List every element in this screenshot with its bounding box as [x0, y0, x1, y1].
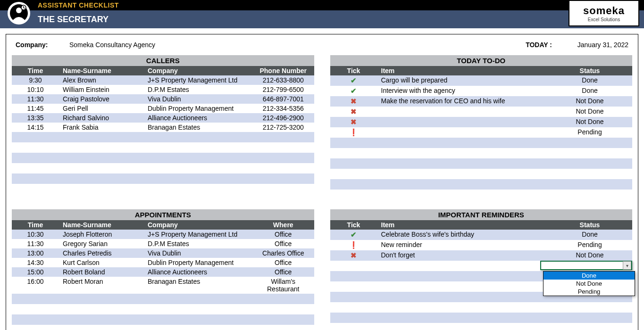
- cell-item[interactable]: [377, 117, 548, 127]
- cell-tick[interactable]: ✖: [330, 250, 377, 261]
- cell-tick[interactable]: ✔: [330, 75, 377, 86]
- cell-name[interactable]: Richard Salvino: [59, 113, 144, 123]
- cell-name[interactable]: Alex Brown: [59, 75, 144, 85]
- cell-company[interactable]: J+S Property Management Ltd: [144, 230, 252, 239]
- cell-phone[interactable]: 646-897-7001: [252, 94, 314, 104]
- table-row[interactable]: [330, 148, 633, 158]
- cell-item[interactable]: New reminder: [377, 240, 548, 250]
- cell-item[interactable]: Interview with the agency: [377, 86, 548, 96]
- cell-name[interactable]: Frank Sabia: [59, 123, 144, 132]
- table-row[interactable]: [12, 325, 314, 330]
- table-row[interactable]: ✔Interview with the agencyDone: [330, 86, 633, 96]
- cell-tick[interactable]: ✖: [330, 117, 377, 127]
- cell-item[interactable]: [377, 107, 548, 117]
- cell-tick[interactable]: ❗: [330, 127, 377, 138]
- cell-company[interactable]: Alliance Auctioneers: [144, 113, 252, 123]
- table-row[interactable]: ✔Cargo will be preparedDone: [330, 75, 633, 86]
- cell-company[interactable]: Alliance Auctioneers: [144, 267, 252, 277]
- table-row[interactable]: 10:30Joseph FlotteronJ+S Property Manage…: [12, 230, 314, 239]
- cell-name[interactable]: Charles Petredis: [59, 248, 144, 258]
- cell-phone[interactable]: 212-633-8800: [252, 75, 314, 85]
- cell-company[interactable]: Dublin Property Management: [144, 258, 252, 267]
- cell-time[interactable]: 13:00: [12, 248, 59, 258]
- cell-company[interactable]: J+S Property Management Ltd: [144, 75, 252, 85]
- cell-company[interactable]: Dublin Property Management: [144, 104, 252, 113]
- cell-phone[interactable]: 212-334-5356: [252, 104, 314, 113]
- table-row[interactable]: [12, 173, 314, 184]
- cell-status[interactable]: Pending: [547, 240, 632, 250]
- cell-name[interactable]: Gregory Sarian: [59, 239, 144, 248]
- cell-tick[interactable]: ✖: [330, 107, 377, 117]
- table-row[interactable]: [12, 314, 314, 325]
- cell-item[interactable]: Don't forget: [377, 250, 548, 261]
- table-row[interactable]: [330, 313, 633, 323]
- cell-time[interactable]: 16:00: [12, 277, 59, 294]
- cell-company[interactable]: D.P.M Estates: [144, 85, 252, 94]
- cell-time[interactable]: 10:30: [12, 230, 59, 239]
- cell-time[interactable]: 13:35: [12, 113, 59, 123]
- cell-company[interactable]: Viva Dublin: [144, 248, 252, 258]
- cell-name[interactable]: Joseph Flotteron: [59, 230, 144, 239]
- table-row[interactable]: 13:00Charles PetredisViva DublinCharles …: [12, 248, 314, 258]
- cell-item[interactable]: [377, 261, 548, 271]
- table-row[interactable]: [330, 179, 633, 190]
- cell-time[interactable]: 9:30: [12, 75, 59, 85]
- table-row[interactable]: ▾DoneNot DonePending: [330, 261, 633, 271]
- cell-tick[interactable]: ❗: [330, 240, 377, 250]
- cell-status[interactable]: Not Done: [547, 117, 632, 127]
- table-row[interactable]: 13:35Richard SalvinoAlliance Auctioneers…: [12, 113, 314, 123]
- cell-time[interactable]: 14:30: [12, 258, 59, 267]
- cell-company[interactable]: Branagan Estates: [144, 123, 252, 132]
- cell-time[interactable]: 14:15: [12, 123, 59, 132]
- dropdown-cell[interactable]: ▾: [540, 261, 632, 270]
- cell-name[interactable]: Robert Boland: [59, 267, 144, 277]
- cell-where[interactable]: Willam's Restaurant: [252, 277, 314, 294]
- cell-tick[interactable]: ✔: [330, 86, 377, 96]
- table-row[interactable]: ✖Not Done: [330, 117, 633, 127]
- cell-time[interactable]: 10:10: [12, 85, 59, 94]
- table-row[interactable]: ❗Pending: [330, 127, 633, 138]
- table-row[interactable]: 14:15Frank SabiaBranagan Estates212-725-…: [12, 123, 314, 132]
- table-row[interactable]: 15:00Robert BolandAlliance AuctioneersOf…: [12, 267, 314, 277]
- cell-phone[interactable]: 212-799-6500: [252, 85, 314, 94]
- cell-status[interactable]: Pending: [547, 127, 632, 138]
- table-row[interactable]: [330, 302, 633, 313]
- cell-tick[interactable]: ✖: [330, 96, 377, 107]
- cell-where[interactable]: Office: [252, 230, 314, 239]
- cell-tick[interactable]: ✔: [330, 230, 377, 240]
- cell-phone[interactable]: 212-496-2900: [252, 113, 314, 123]
- cell-time[interactable]: 15:00: [12, 267, 59, 277]
- cell-where[interactable]: Office: [252, 267, 314, 277]
- cell-status[interactable]: Done: [547, 230, 632, 240]
- cell-time[interactable]: 11:30: [12, 239, 59, 248]
- cell-name[interactable]: Geri Pell: [59, 104, 144, 113]
- cell-item[interactable]: Cargo will be prepared: [377, 75, 548, 86]
- table-row[interactable]: 11:45Geri PellDublin Property Management…: [12, 104, 314, 113]
- table-row[interactable]: [330, 158, 633, 169]
- dropdown-option[interactable]: Pending: [544, 288, 635, 296]
- cell-time[interactable]: 11:45: [12, 104, 59, 113]
- cell-status[interactable]: Done: [547, 86, 632, 96]
- cell-status[interactable]: Not Done: [547, 250, 632, 261]
- table-row[interactable]: [12, 132, 314, 142]
- table-row[interactable]: [12, 304, 314, 314]
- cell-item[interactable]: Celebrate Boss's wife's birthday: [377, 230, 548, 240]
- cell-name[interactable]: Robert Moran: [59, 277, 144, 294]
- cell-phone[interactable]: 212-725-3200: [252, 123, 314, 132]
- table-row[interactable]: [330, 190, 633, 200]
- cell-item[interactable]: Make the reservation for CEO and his wif…: [377, 96, 548, 107]
- table-row[interactable]: 9:30Alex BrownJ+S Property Management Lt…: [12, 75, 314, 85]
- cell-name[interactable]: Craig Pastolove: [59, 94, 144, 104]
- table-row[interactable]: [12, 153, 314, 163]
- table-row[interactable]: [12, 142, 314, 153]
- cell-where[interactable]: Office: [252, 239, 314, 248]
- cell-name[interactable]: Kurt Carlson: [59, 258, 144, 267]
- table-row[interactable]: 11:30Gregory SarianD.P.M EstatesOffice: [12, 239, 314, 248]
- cell-company[interactable]: Branagan Estates: [144, 277, 252, 294]
- table-row[interactable]: 10:10William EinsteinD.P.M Estates212-79…: [12, 85, 314, 94]
- table-row[interactable]: ✖Not Done: [330, 107, 633, 117]
- table-row[interactable]: [330, 138, 633, 148]
- dropdown-list[interactable]: DoneNot DonePending: [543, 271, 635, 296]
- cell-where[interactable]: Office: [252, 258, 314, 267]
- chevron-down-icon[interactable]: ▾: [623, 261, 631, 270]
